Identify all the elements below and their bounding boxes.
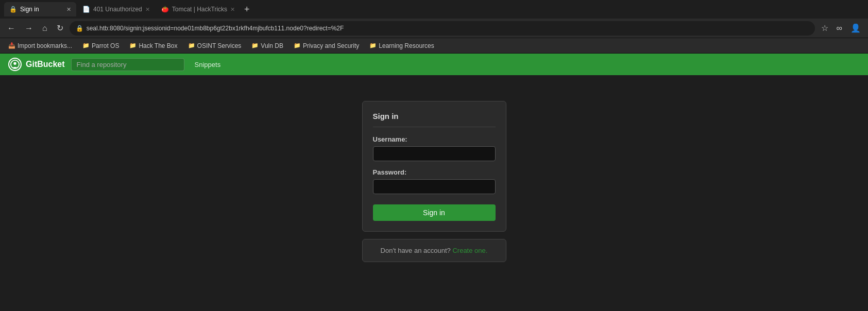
folder-icon: 📁 xyxy=(188,42,195,49)
username-label: Username: xyxy=(373,135,496,143)
bookmark-learning[interactable]: 📁 Learning Resources xyxy=(365,41,438,50)
tab-hacktricks[interactable]: 🍅 Tomcat | HackTricks ✕ xyxy=(156,2,240,16)
bookmark-label: Hack The Box xyxy=(139,42,177,49)
tab-401[interactable]: 📄 401 Unauthorized ✕ xyxy=(77,2,155,16)
bookmark-label: Vuln DB xyxy=(261,42,283,49)
bookmark-star-button[interactable]: ☆ xyxy=(818,21,831,35)
tab-label: 401 Unauthorized xyxy=(93,6,142,13)
signin-title: Sign in xyxy=(373,112,496,127)
nav-actions: ☆ ∞ 👤 xyxy=(818,21,864,35)
password-input[interactable] xyxy=(373,179,496,194)
snippets-link[interactable]: Snippets xyxy=(191,59,225,71)
profile-button[interactable]: 👤 xyxy=(847,21,864,35)
gitbucket-logo[interactable]: GitBucket xyxy=(8,58,65,71)
lock-icon: 🔒 xyxy=(76,25,83,32)
reload-button[interactable]: ↻ xyxy=(54,21,66,35)
logo-text: GitBucket xyxy=(26,60,65,69)
signin-button[interactable]: Sign in xyxy=(373,204,496,221)
home-button[interactable]: ⌂ xyxy=(39,22,50,35)
bookmark-label: Import bookmarks... xyxy=(18,42,72,49)
tab-signin[interactable]: 🔒 Sign in ✕ xyxy=(4,2,76,16)
tab-label: Sign in xyxy=(20,6,39,13)
bookmark-import[interactable]: 📥 Import bookmarks... xyxy=(4,41,76,50)
logo-icon xyxy=(8,58,22,71)
bookmark-privacy[interactable]: 📁 Privacy and Security xyxy=(290,41,363,50)
gitbucket-navbar: GitBucket Snippets xyxy=(0,54,868,75)
tab-bar: 🔒 Sign in ✕ 📄 401 Unauthorized ✕ 🍅 Tomca… xyxy=(0,0,868,19)
signin-card: Sign in Username: Password: Sign in xyxy=(362,101,506,232)
bookmark-label: Privacy and Security xyxy=(303,42,359,49)
password-group: Password: xyxy=(373,168,496,194)
browser-chrome: 🔒 Sign in ✕ 📄 401 Unauthorized ✕ 🍅 Tomca… xyxy=(0,0,868,54)
import-icon: 📥 xyxy=(8,42,15,49)
bookmark-label: OSINT Services xyxy=(197,42,242,49)
tab-icon: 🔒 xyxy=(9,6,17,13)
bookmark-osint[interactable]: 📁 OSINT Services xyxy=(184,41,246,50)
back-button[interactable]: ← xyxy=(4,22,19,35)
folder-icon: 📁 xyxy=(129,42,137,49)
folder-icon: 📁 xyxy=(82,42,90,49)
repository-search-input[interactable] xyxy=(71,58,184,71)
create-account-box: Don't have an account? Create one. xyxy=(362,239,506,262)
forward-button[interactable]: → xyxy=(22,22,36,35)
bookmark-vulndb[interactable]: 📁 Vuln DB xyxy=(247,41,287,50)
username-group: Username: xyxy=(373,135,496,161)
tab-label: Tomcat | HackTricks xyxy=(172,6,227,13)
tab-close-401[interactable]: ✕ xyxy=(145,6,150,13)
address-bar[interactable]: 🔒 seal.htb:8080/signin;jsessionid=node01… xyxy=(70,21,815,36)
svg-point-1 xyxy=(13,62,16,65)
bookmark-hackthebox[interactable]: 📁 Hack The Box xyxy=(125,41,181,50)
bookmark-parrotos[interactable]: 📁 Parrot OS xyxy=(78,41,123,50)
new-tab-button[interactable]: + xyxy=(241,4,253,15)
no-account-text: Don't have an account? xyxy=(381,247,451,254)
folder-icon: 📁 xyxy=(251,42,259,49)
page-content: Sign in Username: Password: Sign in Don'… xyxy=(0,75,868,307)
bookmarks-bar: 📥 Import bookmarks... 📁 Parrot OS 📁 Hack… xyxy=(0,38,868,54)
signin-area: Sign in Username: Password: Sign in Don'… xyxy=(362,101,506,262)
tab-close-signin[interactable]: ✕ xyxy=(66,6,71,13)
address-text: seal.htb:8080/signin;jsessionid=node01mb… xyxy=(87,25,809,32)
bookmark-label: Learning Resources xyxy=(379,42,434,49)
bookmark-label: Parrot OS xyxy=(92,42,119,49)
extensions-button[interactable]: ∞ xyxy=(833,21,845,35)
password-label: Password: xyxy=(373,168,496,176)
folder-icon: 📁 xyxy=(369,42,377,49)
folder-icon: 📁 xyxy=(294,42,301,49)
nav-bar: ← → ⌂ ↻ 🔒 seal.htb:8080/signin;jsessioni… xyxy=(0,19,868,38)
tab-icon: 📄 xyxy=(82,6,90,13)
username-input[interactable] xyxy=(373,146,496,161)
tab-close-hacktricks[interactable]: ✕ xyxy=(230,6,235,13)
tab-icon: 🍅 xyxy=(161,6,169,13)
create-account-link[interactable]: Create one. xyxy=(452,247,487,254)
